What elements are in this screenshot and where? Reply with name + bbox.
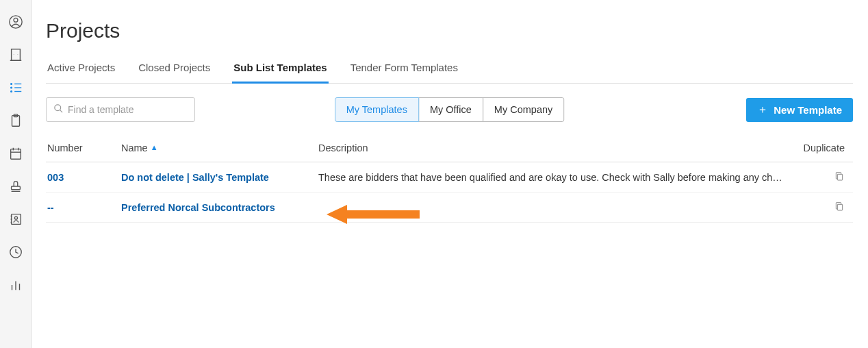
tab-active-projects[interactable]: Active Projects (46, 62, 116, 84)
scope-segment-group: My Templates My Office My Company (335, 97, 565, 122)
row-description: These are bidders that have been qualifi… (318, 172, 784, 183)
list-icon (8, 80, 23, 98)
sidebar (0, 0, 32, 348)
new-template-label: New Template (774, 104, 842, 116)
tab-closed-projects[interactable]: Closed Projects (137, 62, 212, 84)
svg-line-34 (60, 110, 62, 112)
sidebar-clock[interactable] (0, 237, 32, 270)
th-duplicate[interactable]: Duplicate (790, 136, 853, 162)
tabs: Active Projects Closed Projects Sub List… (46, 62, 853, 84)
toolbar: My Templates My Office My Company ＋ New … (46, 97, 853, 122)
contacts-icon (8, 212, 23, 229)
clock-icon (8, 245, 23, 262)
row-name-link[interactable]: Do not delete | Sally's Template (121, 172, 269, 183)
sidebar-contacts[interactable] (0, 204, 32, 237)
svg-rect-36 (837, 204, 842, 210)
row-number-link[interactable]: 003 (47, 172, 64, 183)
seg-my-templates[interactable]: My Templates (335, 97, 419, 122)
tab-sub-list-templates[interactable]: Sub List Templates (232, 62, 328, 84)
page-title: Projects (46, 19, 853, 42)
svg-point-33 (55, 104, 61, 110)
row-number-link[interactable]: -- (47, 202, 54, 213)
search-icon (53, 103, 64, 116)
search-box[interactable] (46, 97, 195, 122)
sidebar-clipboard[interactable] (0, 105, 32, 138)
stamp-icon (8, 179, 23, 197)
sidebar-list[interactable] (0, 73, 32, 105)
sidebar-building[interactable] (0, 40, 32, 73)
svg-rect-18 (11, 149, 21, 160)
main: Projects Active Projects Closed Projects… (32, 0, 868, 348)
clipboard-icon (8, 113, 23, 131)
sidebar-calendar[interactable] (0, 138, 32, 171)
svg-point-12 (11, 87, 12, 88)
sort-asc-icon: ▲ (151, 143, 158, 151)
svg-point-25 (14, 216, 17, 219)
user-icon (8, 14, 23, 32)
sidebar-user[interactable] (0, 7, 32, 40)
svg-point-14 (11, 91, 12, 92)
svg-rect-35 (837, 174, 842, 180)
building-icon (8, 47, 23, 65)
calendar-icon (8, 146, 23, 164)
new-template-button[interactable]: ＋ New Template (746, 98, 853, 122)
sidebar-stamp[interactable] (0, 171, 32, 204)
plus-icon: ＋ (757, 104, 768, 115)
search-input[interactable] (68, 104, 188, 115)
sidebar-chart[interactable] (0, 270, 32, 303)
svg-point-10 (11, 84, 12, 85)
table-row: -- Preferred Norcal Subcontractors (46, 192, 853, 223)
table-row: 003 Do not delete | Sally's Template The… (46, 162, 853, 192)
seg-my-company[interactable]: My Company (483, 97, 564, 122)
duplicate-icon[interactable] (834, 203, 845, 214)
tab-tender-form-templates[interactable]: Tender Form Templates (349, 62, 459, 84)
svg-rect-2 (12, 49, 21, 61)
row-name-link[interactable]: Preferred Norcal Subcontractors (121, 202, 275, 213)
svg-point-1 (14, 18, 18, 22)
seg-my-office[interactable]: My Office (418, 97, 483, 122)
templates-table: Number Name ▲ Description Duplicate 003 … (46, 136, 853, 223)
th-number[interactable]: Number (46, 136, 120, 162)
th-description[interactable]: Description (317, 136, 790, 162)
th-name[interactable]: Name ▲ (120, 136, 317, 162)
duplicate-icon[interactable] (834, 173, 845, 184)
svg-rect-22 (12, 186, 21, 190)
chart-icon (8, 277, 23, 295)
